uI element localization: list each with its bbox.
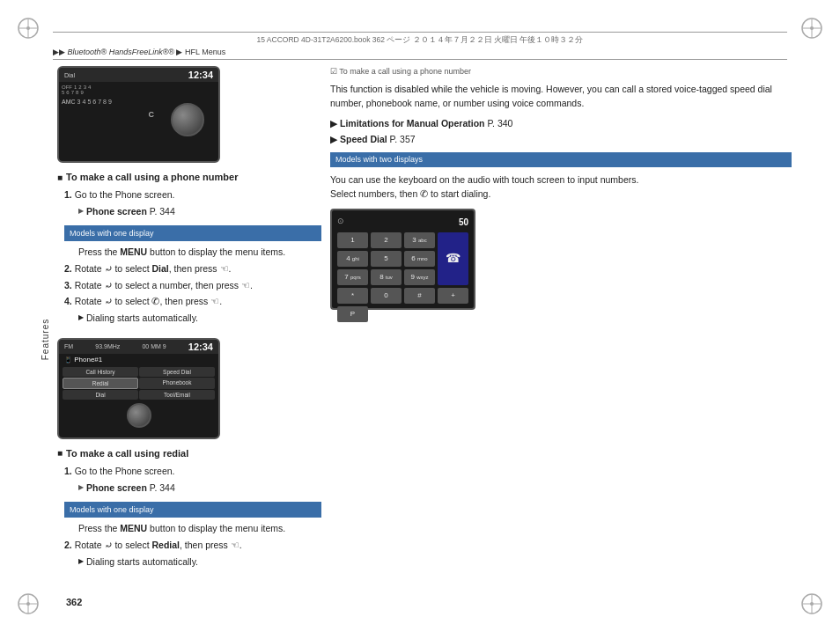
- models-two-text: You can use the keyboard on the audio wi…: [330, 173, 792, 202]
- ref-icon-1: ▶: [78, 206, 84, 217]
- screen2-freq: 93.9MHz: [95, 343, 120, 349]
- key-8[interactable]: 8 tuv: [371, 269, 402, 285]
- main-content: Dial 12:34 OFF1234 56789 AMC 3456789: [57, 66, 792, 588]
- section1-steps: 1. Go to the Phone screen. ▶ Phone scree…: [64, 187, 321, 326]
- file-info: 15 ACCORD 4D-31T2A6200.book 362 ページ ２０１４…: [53, 35, 787, 46]
- screen2-header: FM 93.9MHz 00 MM 9 12:34: [59, 340, 218, 354]
- dialing-note-2: Dialing starts automatically.: [78, 555, 321, 570]
- page-number: 362: [66, 597, 82, 607]
- key-7[interactable]: 7 pqrs: [337, 269, 368, 285]
- right-ref-2: ▶ Speed Dial P. 357: [330, 133, 792, 147]
- breadcrumb: ▶▶ Bluetooth® HandsFreeLink®® ▶ HFL Menu…: [53, 48, 787, 56]
- key-2[interactable]: 2: [371, 232, 402, 248]
- key-plus[interactable]: +: [438, 288, 468, 304]
- key-9[interactable]: 9 wxyz: [404, 269, 435, 285]
- screen2-time: 12:34: [188, 342, 213, 352]
- menu-item-dial: Dial: [63, 390, 138, 400]
- models-two-displays: Models with two displays: [330, 152, 792, 168]
- step2-2: 2. Rotate ⤾ to select Redial, then press…: [64, 538, 321, 553]
- keypad-top: ⊙ 50: [337, 216, 468, 229]
- screen1-header: Dial 12:34: [59, 68, 218, 82]
- right-ref-icon-2: ▶: [330, 133, 337, 147]
- key-5[interactable]: 5: [371, 251, 402, 267]
- key-0[interactable]: 0: [371, 288, 402, 304]
- svg-point-11: [26, 602, 30, 606]
- dialing-note-1: Dialing starts automatically.: [78, 311, 321, 326]
- right-ref-1: ▶ Limitations for Manual Operation P. 34…: [330, 117, 792, 131]
- key-hash[interactable]: #: [404, 288, 435, 304]
- corner-decoration-tl: [16, 16, 41, 40]
- models-one-display-1: Models with one display: [64, 225, 321, 241]
- screen2-mem: 00 MM 9: [142, 343, 166, 349]
- dial-knob-2: [127, 403, 151, 428]
- menu-item-callhistory: Call History: [63, 367, 138, 377]
- corner-decoration-bl: [16, 592, 41, 616]
- breadcrumb-part1: Bluetooth® HandsFreeLink®: [68, 48, 169, 56]
- key-1[interactable]: 1: [337, 232, 368, 248]
- screen2-phonename: 📱 Phone#1: [59, 354, 218, 365]
- screen1-label: Dial: [64, 72, 75, 78]
- keypad-wifi-icon: ⊙: [337, 216, 344, 228]
- screen-mockup-1: Dial 12:34 OFF1234 56789 AMC 3456789: [57, 66, 220, 163]
- screen1-numpad: OFF1234 56789 AMC 3456789 C: [59, 82, 160, 158]
- menu-instruction-1: Press the MENU button to display the men…: [78, 245, 321, 260]
- section1: To make a call using a phone number 1. G…: [57, 172, 321, 326]
- corner-decoration-tr: [799, 16, 824, 40]
- screen-mockup-2: FM 93.9MHz 00 MM 9 12:34 📱 Phone#1 Call …: [57, 338, 220, 439]
- note-title: To make a call using a phone number: [330, 66, 792, 78]
- key-star[interactable]: *: [337, 288, 368, 304]
- section2-heading: To make a call using redial: [57, 448, 321, 459]
- menu-item-redial: Redial: [63, 378, 138, 389]
- left-column: Dial 12:34 OFF1234 56789 AMC 3456789: [57, 66, 321, 588]
- key-6[interactable]: 6 mno: [404, 251, 435, 267]
- phone-screen-ref-1: ▶ Phone screen P. 344: [78, 204, 321, 219]
- breadcrumb-part2: HFL Menus: [185, 48, 225, 56]
- header: 15 ACCORD 4D-31T2A6200.book 362 ページ ２０１４…: [53, 32, 787, 60]
- features-label: Features: [41, 319, 50, 360]
- section2: To make a call using redial 1. Go to the…: [57, 448, 321, 569]
- screen2-menu: Call History Speed Dial Redial Phonebook…: [59, 365, 218, 401]
- svg-point-7: [810, 26, 814, 30]
- corner-decoration-br: [799, 592, 824, 616]
- key-call[interactable]: ☎: [438, 232, 468, 285]
- screen1-body: OFF1234 56789 AMC 3456789 C: [59, 82, 218, 158]
- svg-point-15: [810, 602, 814, 606]
- menu-item-phonebook: Phonebook: [139, 378, 215, 389]
- screen1-knob-area: [160, 82, 217, 158]
- screen2-fm: FM: [64, 343, 73, 349]
- key-p[interactable]: P: [337, 306, 368, 322]
- section2-steps: 1. Go to the Phone screen. ▶ Phone scree…: [64, 464, 321, 569]
- key-3[interactable]: 3 abc: [404, 232, 435, 248]
- keypad-mockup: ⊙ 50 1 2 3 abc ☎ 4 ghi 5 6 mno 7 pqrs 8 …: [330, 209, 475, 310]
- right-column: To make a call using a phone number This…: [330, 66, 792, 588]
- breadcrumb-prefix: ▶▶: [53, 48, 65, 56]
- note-text: This function is disabled while the vehi…: [330, 82, 792, 111]
- keypad-grid: 1 2 3 abc ☎ 4 ghi 5 6 mno 7 pqrs 8 tuv 9…: [337, 232, 468, 322]
- phone-screen-ref-2: ▶ Phone screen P. 344: [78, 481, 321, 496]
- step2-1: 1. Go to the Phone screen.: [64, 464, 321, 479]
- menu-instruction-2: Press the MENU button to display the men…: [78, 521, 321, 536]
- step1-1: 1. Go to the Phone screen.: [64, 187, 321, 202]
- breadcrumb-arrow: ▶: [176, 48, 182, 56]
- screen1-time: 12:34: [188, 70, 213, 80]
- right-ref-icon-1: ▶: [330, 117, 337, 131]
- menu-item-speeddial: Speed Dial: [139, 367, 215, 377]
- svg-point-3: [26, 26, 30, 30]
- dial-knob-1: [171, 103, 204, 136]
- step1-2: 2. Rotate ⤾ to select Dial, then press ☜…: [64, 261, 321, 276]
- step1-3: 3. Rotate ⤾ to select a number, then pre…: [64, 278, 321, 293]
- menu-item-toolemail: Tool/Email: [139, 390, 215, 400]
- keypad-number-display: 50: [459, 216, 468, 229]
- screen2-knob-area: [59, 403, 218, 428]
- models-one-display-2: Models with one display: [64, 502, 321, 518]
- step1-4: 4. Rotate ⤾ to select ✆, then press ☜.: [64, 294, 321, 309]
- ref-icon-2: ▶: [78, 482, 84, 494]
- key-4[interactable]: 4 ghi: [337, 251, 368, 267]
- section1-heading: To make a call using a phone number: [57, 172, 321, 182]
